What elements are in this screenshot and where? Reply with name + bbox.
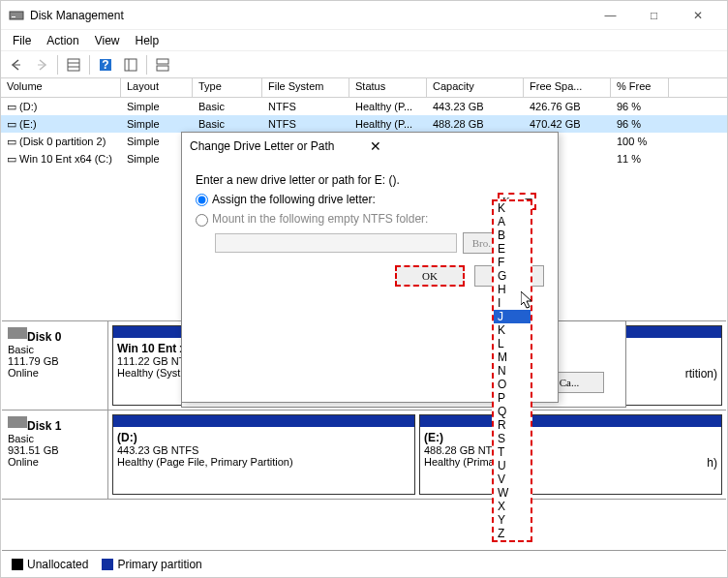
letter-option[interactable]: O (494, 378, 531, 391)
letter-option[interactable]: Q (494, 405, 531, 418)
menu-help[interactable]: Help (128, 32, 167, 49)
col-capacity[interactable]: Capacity (427, 78, 524, 97)
close-button[interactable]: ✕ (676, 2, 719, 29)
col-volume[interactable]: Volume (1, 78, 121, 97)
mount-label: Mount in the following empty NTFS folder… (212, 212, 428, 226)
letter-option[interactable]: X (494, 500, 531, 513)
letter-option[interactable]: A (494, 215, 531, 228)
toolbar-layout-icon[interactable] (151, 53, 174, 76)
mount-radio[interactable] (196, 214, 208, 227)
letter-option[interactable]: K (494, 201, 531, 215)
disk-row: Disk 1Basic931.51 GBOnline(D:)443.23 GB … (2, 411, 726, 500)
letter-option[interactable]: U (494, 459, 531, 472)
letter-option[interactable]: H (494, 283, 531, 296)
letter-option[interactable]: V (494, 472, 531, 486)
letter-option[interactable]: Z (494, 527, 531, 540)
menu-view[interactable]: View (87, 32, 128, 49)
letter-option[interactable]: R (494, 418, 531, 432)
col-type[interactable]: Type (193, 78, 262, 97)
svg-rect-1 (12, 16, 15, 17)
disk-info: Disk 0Basic111.79 GBOnline (2, 321, 108, 410)
letter-option[interactable]: P (494, 391, 531, 405)
maximize-button[interactable]: □ (632, 2, 676, 29)
mount-path-input (215, 233, 457, 253)
letter-option[interactable]: E (494, 242, 531, 256)
volume-row[interactable]: ▭ (D:)SimpleBasicNTFSHealthy (P...443.23… (1, 98, 727, 115)
back-button[interactable] (5, 53, 28, 76)
letter-option[interactable]: G (494, 269, 531, 283)
toolbar-list-icon[interactable] (119, 53, 142, 76)
letter-option[interactable]: L (494, 337, 531, 350)
svg-rect-2 (68, 59, 79, 71)
assign-label: Assign the following drive letter: (212, 193, 376, 206)
menu-file[interactable]: File (5, 32, 39, 49)
titlebar: Disk Management — □ ✕ (1, 1, 727, 30)
letter-option[interactable]: I (494, 296, 531, 310)
col-pct[interactable]: % Free (611, 78, 669, 97)
drive-letter-dropdown[interactable]: KABEFGHIJKLMNOPQRSTUVWXYZ (492, 199, 532, 542)
letter-option[interactable]: W (494, 486, 531, 500)
col-status[interactable]: Status (349, 78, 427, 97)
menu-action[interactable]: Action (39, 32, 86, 49)
letter-option[interactable]: K (494, 323, 531, 337)
partition[interactable]: (E:)488.28 GB NTFSHealthy (Primarh) (419, 414, 722, 495)
letter-option[interactable]: N (494, 364, 531, 378)
col-free[interactable]: Free Spa... (524, 78, 611, 97)
dialog-ok-button[interactable]: OK (395, 265, 465, 287)
forward-button[interactable] (30, 53, 53, 76)
disk-info: Disk 1Basic931.51 GBOnline (2, 411, 108, 499)
col-fs[interactable]: File System (262, 78, 349, 97)
letter-option[interactable]: S (494, 432, 531, 445)
legend: Unallocated Primary partition (2, 550, 726, 577)
toolbar-grid-icon[interactable] (62, 53, 85, 76)
letter-option[interactable]: T (494, 445, 531, 459)
menubar: File Action View Help (1, 30, 727, 51)
volume-row[interactable]: ▭ (E:)SimpleBasicNTFSHealthy (P...488.28… (1, 115, 727, 133)
letter-option[interactable]: M (494, 350, 531, 364)
volume-list-header: Volume Layout Type File System Status Ca… (1, 78, 727, 98)
dialog-title: Change Drive Letter or Path (190, 139, 370, 153)
help-icon[interactable]: ? (94, 53, 117, 76)
letter-option[interactable]: B (494, 228, 531, 242)
letter-option[interactable]: Y (494, 513, 531, 527)
dialog-prompt: Enter a new drive letter or path for E: … (196, 173, 544, 187)
assign-radio[interactable] (196, 194, 208, 206)
col-layout[interactable]: Layout (121, 78, 193, 97)
toolbar: ? (1, 51, 727, 78)
letter-option[interactable]: F (494, 256, 531, 269)
partition[interactable]: (D:)443.23 GB NTFSHealthy (Page File, Pr… (112, 414, 415, 495)
legend-unallocated: Unallocated (27, 558, 88, 571)
svg-text:?: ? (102, 58, 108, 72)
svg-rect-10 (157, 66, 168, 71)
dialog-close-icon[interactable]: ✕ (370, 138, 550, 154)
minimize-button[interactable]: — (589, 2, 632, 29)
window-title: Disk Management (30, 9, 589, 22)
legend-primary: Primary partition (117, 558, 201, 571)
svg-rect-7 (125, 59, 136, 71)
letter-option[interactable]: J (494, 310, 531, 323)
svg-rect-9 (157, 59, 168, 64)
svg-rect-0 (10, 12, 23, 19)
disk-icon (9, 8, 24, 23)
